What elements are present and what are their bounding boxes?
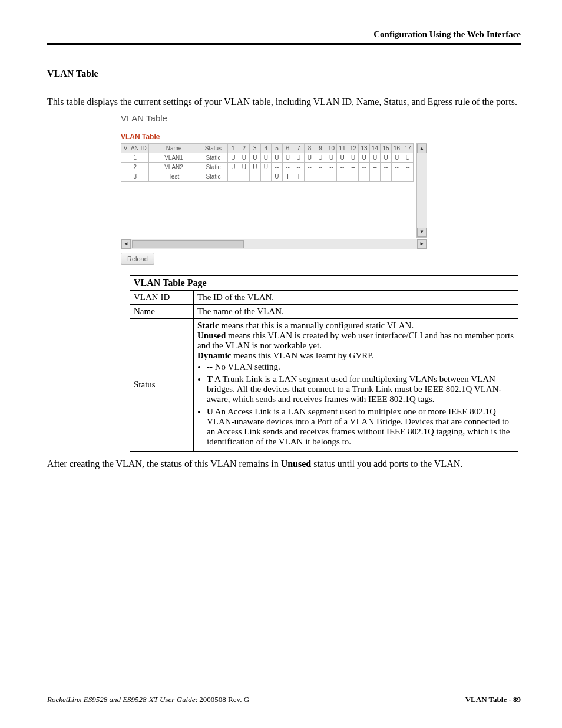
table-row: 1VLAN1StaticUUUUUUUUUUUUUUUUU (121, 153, 414, 162)
none-term: -- (207, 362, 213, 371)
vlan-table-screenshot: VLAN Table VLAN Table VLAN ID Name Statu… (121, 113, 439, 265)
col-port: 14 (369, 143, 381, 153)
col-status: Status (199, 143, 227, 153)
table-cell: -- (304, 162, 315, 172)
page-header: Configuration Using the Web Interface (47, 29, 521, 45)
table-cell: -- (239, 172, 250, 181)
col-name: Name (149, 143, 199, 153)
scroll-thumb[interactable] (132, 240, 244, 248)
col-port: 1 (228, 143, 239, 153)
table-cell: Static (199, 162, 227, 172)
table-cell: -- (293, 162, 305, 172)
unused-term: Unused (197, 331, 226, 340)
access-term: U (207, 407, 213, 416)
table-cell: U (315, 153, 326, 162)
table-cell: VLAN2 (149, 162, 199, 172)
table-cell: -- (315, 162, 326, 172)
col-port: 16 (391, 143, 402, 153)
section-title: VLAN Table (47, 68, 521, 79)
table-cell: -- (315, 172, 326, 181)
after-c: status until you add ports to the VLAN. (311, 459, 462, 469)
dynamic-term: Dynamic (197, 351, 232, 360)
table-cell: U (272, 153, 283, 162)
table-cell: U (228, 153, 239, 162)
trunk-term: T (207, 374, 213, 384)
table-cell: -- (359, 172, 370, 181)
table-cell: Static (199, 172, 227, 181)
table-cell: -- (260, 172, 272, 181)
table-row: 2VLAN2StaticUUUU------------------------… (121, 162, 414, 172)
col-vlanid: VLAN ID (121, 143, 149, 153)
desc-text-name: The name of the VLAN. (194, 304, 518, 318)
table-cell: U (239, 162, 250, 172)
col-port: 13 (359, 143, 370, 153)
table-cell: U (282, 153, 293, 162)
table-cell: -- (348, 172, 359, 181)
col-port: 17 (402, 143, 414, 153)
table-cell: U (260, 162, 272, 172)
table-cell: -- (402, 172, 414, 181)
table-cell: 1 (121, 153, 149, 162)
bullet-access: U An Access Link is a LAN segment used t… (207, 407, 514, 447)
col-port: 11 (337, 143, 348, 153)
col-port: 12 (348, 143, 359, 153)
table-cell: -- (402, 162, 414, 172)
col-port: 3 (250, 143, 261, 153)
table-cell: -- (381, 172, 392, 181)
table-cell: T (293, 172, 305, 181)
desc-text-vlanid: The ID of the VLAN. (194, 290, 518, 304)
table-cell: U (304, 153, 315, 162)
desc-label-status: Status (130, 318, 194, 451)
col-port: 10 (326, 143, 337, 153)
table-cell: Static (199, 153, 227, 162)
table-cell: -- (359, 162, 370, 172)
scroll-down-icon[interactable]: ▼ (417, 228, 427, 237)
table-cell: U (250, 162, 261, 172)
table-cell: -- (228, 172, 239, 181)
table-cell: -- (250, 172, 261, 181)
footer-guide-name: RocketLinx ES9528 and ES9528-XT User Gui… (47, 695, 195, 704)
table-cell: VLAN1 (149, 153, 199, 162)
static-term: Static (197, 321, 219, 330)
table-cell: -- (369, 172, 381, 181)
col-port: 6 (282, 143, 293, 153)
table-row: 3TestStatic--------UTT------------------… (121, 172, 414, 181)
scroll-right-icon[interactable]: ► (417, 239, 427, 249)
screenshot-subtitle: VLAN Table (121, 133, 439, 141)
intro-paragraph: This table displays the current settings… (47, 95, 521, 108)
col-port: 2 (239, 143, 250, 153)
table-cell: -- (337, 172, 348, 181)
col-port: 4 (260, 143, 272, 153)
access-def: An Access Link is a LAN segment used to … (207, 407, 510, 446)
table-cell: -- (326, 172, 337, 181)
footer-left: RocketLinx ES9528 and ES9528-XT User Gui… (47, 695, 249, 704)
col-port: 9 (315, 143, 326, 153)
unused-def: means this VLAN is created by web user i… (197, 331, 514, 350)
table-cell: U (348, 153, 359, 162)
table-cell: -- (304, 172, 315, 181)
scroll-left-icon[interactable]: ◄ (121, 239, 131, 249)
static-def: means that this is a manually configured… (219, 321, 414, 330)
table-cell: U (228, 162, 239, 172)
table-cell: -- (381, 162, 392, 172)
table-cell: U (337, 153, 348, 162)
desc-label-name: Name (130, 304, 194, 318)
table-cell: -- (391, 172, 402, 181)
vertical-scrollbar[interactable]: ▲ ▼ (416, 143, 427, 238)
table-cell: U (391, 153, 402, 162)
col-port: 7 (293, 143, 305, 153)
table-cell: -- (391, 162, 402, 172)
col-port: 5 (272, 143, 283, 153)
none-def: No VLAN setting. (213, 362, 280, 371)
table-cell: -- (337, 162, 348, 172)
trunk-def: A Trunk Link is a LAN segment used for m… (207, 374, 501, 404)
table-cell: U (359, 153, 370, 162)
horizontal-scrollbar[interactable]: ◄ ► (121, 239, 427, 249)
col-port: 15 (381, 143, 392, 153)
reload-button[interactable]: Reload (121, 253, 154, 265)
table-cell: U (293, 153, 305, 162)
scroll-up-icon[interactable]: ▲ (417, 144, 427, 153)
table-header-row: VLAN ID Name Status 1 2 3 4 5 6 7 8 9 (121, 143, 414, 153)
table-cell: U (369, 153, 381, 162)
table-cell: U (381, 153, 392, 162)
